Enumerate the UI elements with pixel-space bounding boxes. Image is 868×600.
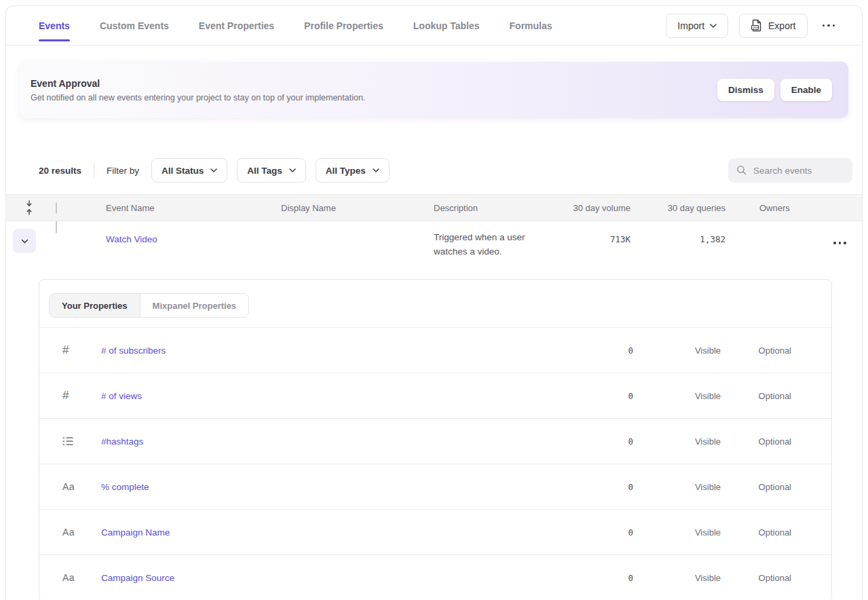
import-button[interactable]: Import [666, 14, 728, 38]
property-requirement: Optional [721, 436, 791, 447]
export-button-label: Export [768, 20, 795, 31]
column-header-display-name[interactable]: Display Name [269, 203, 422, 213]
property-name-link[interactable]: Campaign Source [101, 573, 552, 583]
column-header-volume[interactable]: 30 day volume [546, 203, 634, 213]
content-card: Events Custom Events Event Properties Pr… [5, 5, 863, 600]
volume-cell: 713K [546, 221, 634, 279]
row-more-options-icon[interactable] [829, 238, 850, 248]
property-row: Aa Campaign Source 0 Visible Optional [39, 555, 831, 600]
collapse-row-button[interactable] [13, 229, 36, 253]
property-count: 0 [552, 436, 633, 447]
property-visibility: Visible [633, 527, 721, 538]
queries-cell: 1,382 [634, 221, 729, 279]
status-filter-label: All Status [162, 166, 204, 176]
property-visibility: Visible [633, 573, 721, 583]
property-row: # # of views 0 Visible Optional [39, 373, 831, 419]
property-row: Aa % complete 0 Visible Optional [39, 464, 831, 510]
search-input[interactable] [753, 166, 842, 176]
chevron-down-icon [210, 168, 217, 172]
property-requirement: Optional [721, 527, 791, 538]
column-header-queries[interactable]: 30 day queries [634, 203, 729, 213]
banner-actions: Dismiss Enable [717, 79, 848, 101]
nav-tabs: Events Custom Events Event Properties Pr… [39, 6, 552, 45]
collapse-all-icon[interactable] [6, 200, 52, 216]
event-approval-banner: Event Approval Get notified on all new e… [20, 62, 848, 118]
property-requirement: Optional [721, 345, 791, 356]
property-name-link[interactable]: # of views [101, 391, 552, 401]
text-property-icon: Aa [62, 527, 101, 538]
property-row: Aa Campaign Name 0 Visible Optional [39, 510, 831, 555]
property-visibility: Visible [633, 391, 721, 401]
column-header-owners[interactable]: Owners [729, 203, 810, 213]
dismiss-button[interactable]: Dismiss [717, 79, 774, 101]
select-all-checkbox[interactable] [56, 202, 57, 214]
tab-custom-events[interactable]: Custom Events [100, 6, 169, 45]
divider [94, 163, 94, 178]
filter-by-label: Filter by [107, 166, 139, 176]
search-icon [736, 165, 747, 176]
types-filter-label: All Types [326, 166, 366, 176]
property-row: # # of subscribers 0 Visible Optional [39, 328, 831, 373]
property-visibility: Visible [633, 345, 721, 356]
column-header-event-name[interactable]: Event Name [94, 203, 269, 213]
tab-mixpanel-properties[interactable]: Mixpanel Properties [140, 294, 249, 317]
row-checkbox[interactable] [56, 221, 57, 233]
properties-panel: Your Properties Mixpanel Properties # # … [39, 279, 832, 600]
svg-text:csv: csv [753, 25, 758, 29]
tags-filter-label: All Tags [247, 166, 282, 176]
tags-filter-dropdown[interactable]: All Tags [237, 158, 306, 183]
tab-formulas[interactable]: Formulas [510, 6, 552, 45]
more-options-icon[interactable] [818, 20, 839, 31]
table-row: Watch Video Triggered when a user watche… [6, 221, 862, 279]
text-property-icon: Aa [62, 572, 101, 583]
text-property-icon: Aa [62, 481, 101, 492]
display-name-cell [269, 221, 422, 279]
enable-button[interactable]: Enable [780, 79, 832, 101]
status-filter-dropdown[interactable]: All Status [151, 158, 227, 183]
chevron-down-icon [21, 239, 29, 244]
chevron-down-icon [710, 24, 717, 28]
list-property-icon [62, 436, 101, 446]
property-visibility: Visible [633, 482, 721, 492]
banner-title: Event Approval [31, 78, 365, 89]
property-requirement: Optional [721, 482, 791, 492]
chevron-down-icon [289, 168, 296, 172]
tab-profile-properties[interactable]: Profile Properties [304, 6, 383, 45]
property-visibility: Visible [633, 436, 721, 447]
top-nav: Events Custom Events Event Properties Pr… [6, 6, 862, 45]
import-button-label: Import [677, 20, 704, 31]
filter-dropdowns: All Status All Tags All Types [151, 158, 390, 183]
property-requirement: Optional [721, 573, 791, 583]
event-name-link[interactable]: Watch Video [94, 221, 269, 279]
numeric-property-icon: # [62, 343, 101, 357]
filter-bar: 20 results Filter by All Status All Tags… [6, 158, 862, 183]
tab-lookup-tables[interactable]: Lookup Tables [413, 6, 480, 45]
table-header: Event Name Display Name Description 30 d… [6, 194, 862, 221]
property-name-link[interactable]: % complete [101, 482, 552, 492]
export-button[interactable]: csv Export [739, 14, 807, 38]
property-count: 0 [552, 345, 633, 356]
property-name-link[interactable]: Campaign Name [101, 527, 552, 538]
property-count: 0 [552, 573, 633, 583]
column-header-description[interactable]: Description [422, 203, 546, 213]
owners-cell [729, 221, 810, 279]
properties-tabs: Your Properties Mixpanel Properties [49, 293, 249, 318]
tab-events[interactable]: Events [39, 6, 70, 45]
property-count: 0 [552, 391, 633, 401]
property-name-link[interactable]: #hashtags [101, 436, 552, 447]
banner-text: Event Approval Get notified on all new e… [20, 78, 365, 102]
property-requirement: Optional [721, 391, 791, 401]
results-count: 20 results [39, 166, 81, 176]
types-filter-dropdown[interactable]: All Types [316, 158, 390, 183]
tab-your-properties[interactable]: Your Properties [50, 294, 140, 317]
banner-description: Get notified on all new events entering … [31, 93, 365, 102]
search-box [728, 158, 852, 183]
tab-event-properties[interactable]: Event Properties [199, 6, 274, 45]
nav-actions: Import csv Export [666, 14, 842, 38]
property-row: #hashtags 0 Visible Optional [39, 419, 831, 464]
property-count: 0 [552, 527, 633, 538]
description-cell: Triggered when a user watches a video. [422, 221, 546, 279]
chevron-down-icon [373, 168, 379, 172]
csv-file-icon: csv [751, 19, 763, 32]
property-name-link[interactable]: # of subscribers [101, 345, 552, 356]
